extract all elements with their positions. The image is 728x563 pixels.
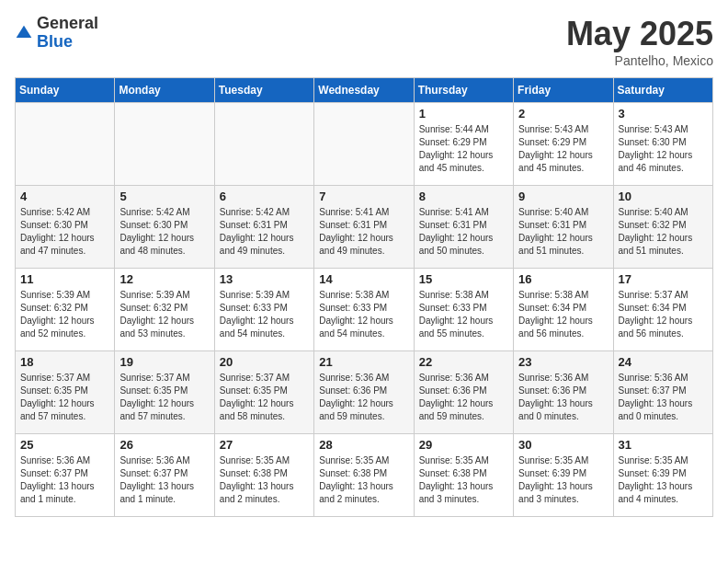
day-info: Sunrise: 5:43 AM Sunset: 6:30 PM Dayligh… xyxy=(619,123,708,175)
calendar-cell: 18Sunrise: 5:37 AM Sunset: 6:35 PM Dayli… xyxy=(16,351,115,434)
day-number: 17 xyxy=(619,272,708,286)
svg-marker-0 xyxy=(17,25,32,37)
day-info: Sunrise: 5:36 AM Sunset: 6:37 PM Dayligh… xyxy=(20,454,109,506)
day-number: 27 xyxy=(220,438,309,452)
day-info: Sunrise: 5:35 AM Sunset: 6:38 PM Dayligh… xyxy=(220,454,309,506)
day-number: 13 xyxy=(220,272,309,286)
calendar-cell: 30Sunrise: 5:35 AM Sunset: 6:39 PM Dayli… xyxy=(514,434,613,517)
day-number: 24 xyxy=(619,355,708,369)
day-number: 31 xyxy=(619,438,708,452)
calendar-cell: 22Sunrise: 5:36 AM Sunset: 6:36 PM Dayli… xyxy=(414,351,513,434)
day-header-thursday: Thursday xyxy=(414,78,513,103)
day-number: 10 xyxy=(619,190,708,203)
logo-blue-text: Blue xyxy=(37,33,98,52)
day-number: 12 xyxy=(119,272,209,286)
day-header-saturday: Saturday xyxy=(613,78,712,103)
day-info: Sunrise: 5:35 AM Sunset: 6:38 PM Dayligh… xyxy=(319,454,408,506)
day-header-wednesday: Wednesday xyxy=(314,78,414,103)
calendar-cell: 3Sunrise: 5:43 AM Sunset: 6:30 PM Daylig… xyxy=(613,103,712,186)
day-number: 1 xyxy=(419,107,508,121)
calendar-cell: 23Sunrise: 5:36 AM Sunset: 6:36 PM Dayli… xyxy=(514,351,613,434)
calendar-header-row: SundayMondayTuesdayWednesdayThursdayFrid… xyxy=(16,78,713,103)
day-info: Sunrise: 5:37 AM Sunset: 6:34 PM Dayligh… xyxy=(619,289,708,340)
day-header-friday: Friday xyxy=(514,78,613,103)
calendar-cell: 9Sunrise: 5:40 AM Sunset: 6:31 PM Daylig… xyxy=(514,186,613,269)
calendar-cell: 21Sunrise: 5:36 AM Sunset: 6:36 PM Dayli… xyxy=(314,351,414,434)
day-info: Sunrise: 5:36 AM Sunset: 6:37 PM Dayligh… xyxy=(119,454,209,506)
day-info: Sunrise: 5:37 AM Sunset: 6:35 PM Dayligh… xyxy=(220,372,309,423)
calendar-cell: 28Sunrise: 5:35 AM Sunset: 6:38 PM Dayli… xyxy=(314,434,414,517)
day-number: 15 xyxy=(419,272,508,286)
calendar-week-row: 25Sunrise: 5:36 AM Sunset: 6:37 PM Dayli… xyxy=(16,434,713,517)
day-info: Sunrise: 5:41 AM Sunset: 6:31 PM Dayligh… xyxy=(419,206,508,258)
day-number: 4 xyxy=(20,190,109,203)
day-info: Sunrise: 5:39 AM Sunset: 6:32 PM Dayligh… xyxy=(20,289,109,340)
day-info: Sunrise: 5:38 AM Sunset: 6:34 PM Dayligh… xyxy=(518,289,608,340)
calendar-cell xyxy=(214,103,313,186)
calendar-cell: 11Sunrise: 5:39 AM Sunset: 6:32 PM Dayli… xyxy=(16,269,115,351)
calendar-cell: 17Sunrise: 5:37 AM Sunset: 6:34 PM Dayli… xyxy=(613,269,712,351)
logo-icon xyxy=(15,24,33,42)
day-info: Sunrise: 5:35 AM Sunset: 6:39 PM Dayligh… xyxy=(619,454,708,506)
calendar-cell xyxy=(115,103,214,186)
day-info: Sunrise: 5:42 AM Sunset: 6:30 PM Dayligh… xyxy=(119,206,209,258)
calendar-week-row: 4Sunrise: 5:42 AM Sunset: 6:30 PM Daylig… xyxy=(16,186,713,269)
day-number: 16 xyxy=(518,272,608,286)
day-number: 9 xyxy=(518,190,608,203)
calendar-table: SundayMondayTuesdayWednesdayThursdayFrid… xyxy=(15,77,713,517)
day-info: Sunrise: 5:40 AM Sunset: 6:31 PM Dayligh… xyxy=(518,206,608,258)
day-info: Sunrise: 5:37 AM Sunset: 6:35 PM Dayligh… xyxy=(20,372,109,423)
calendar-cell: 19Sunrise: 5:37 AM Sunset: 6:35 PM Dayli… xyxy=(115,351,214,434)
calendar-cell: 6Sunrise: 5:42 AM Sunset: 6:31 PM Daylig… xyxy=(214,186,313,269)
day-info: Sunrise: 5:39 AM Sunset: 6:33 PM Dayligh… xyxy=(220,289,309,340)
day-info: Sunrise: 5:36 AM Sunset: 6:36 PM Dayligh… xyxy=(319,372,408,423)
day-number: 3 xyxy=(619,107,708,121)
day-number: 21 xyxy=(319,355,408,369)
logo: General Blue xyxy=(15,15,98,52)
day-number: 19 xyxy=(119,355,209,369)
day-info: Sunrise: 5:42 AM Sunset: 6:30 PM Dayligh… xyxy=(20,206,109,258)
calendar-week-row: 11Sunrise: 5:39 AM Sunset: 6:32 PM Dayli… xyxy=(16,269,713,351)
calendar-cell: 15Sunrise: 5:38 AM Sunset: 6:33 PM Dayli… xyxy=(414,269,513,351)
day-number: 25 xyxy=(20,438,109,452)
day-number: 14 xyxy=(319,272,408,286)
day-number: 22 xyxy=(419,355,508,369)
calendar-cell: 12Sunrise: 5:39 AM Sunset: 6:32 PM Dayli… xyxy=(115,269,214,351)
page-header: General Blue May 2025 Pantelho, Mexico xyxy=(15,15,713,68)
day-info: Sunrise: 5:40 AM Sunset: 6:32 PM Dayligh… xyxy=(619,206,708,258)
day-info: Sunrise: 5:38 AM Sunset: 6:33 PM Dayligh… xyxy=(319,289,408,340)
month-title: May 2025 xyxy=(566,15,713,53)
calendar-cell: 25Sunrise: 5:36 AM Sunset: 6:37 PM Dayli… xyxy=(16,434,115,517)
day-header-sunday: Sunday xyxy=(16,78,115,103)
day-info: Sunrise: 5:35 AM Sunset: 6:39 PM Dayligh… xyxy=(518,454,608,506)
calendar-cell xyxy=(314,103,414,186)
calendar-cell: 14Sunrise: 5:38 AM Sunset: 6:33 PM Dayli… xyxy=(314,269,414,351)
day-info: Sunrise: 5:39 AM Sunset: 6:32 PM Dayligh… xyxy=(119,289,209,340)
day-number: 2 xyxy=(518,107,608,121)
day-number: 7 xyxy=(319,190,408,203)
calendar-cell: 31Sunrise: 5:35 AM Sunset: 6:39 PM Dayli… xyxy=(613,434,712,517)
day-info: Sunrise: 5:37 AM Sunset: 6:35 PM Dayligh… xyxy=(119,372,209,423)
day-number: 23 xyxy=(518,355,608,369)
day-info: Sunrise: 5:43 AM Sunset: 6:29 PM Dayligh… xyxy=(518,123,608,175)
calendar-cell: 13Sunrise: 5:39 AM Sunset: 6:33 PM Dayli… xyxy=(214,269,313,351)
day-info: Sunrise: 5:38 AM Sunset: 6:33 PM Dayligh… xyxy=(419,289,508,340)
day-number: 18 xyxy=(20,355,109,369)
calendar-cell: 20Sunrise: 5:37 AM Sunset: 6:35 PM Dayli… xyxy=(214,351,313,434)
calendar-cell: 26Sunrise: 5:36 AM Sunset: 6:37 PM Dayli… xyxy=(115,434,214,517)
calendar-cell: 24Sunrise: 5:36 AM Sunset: 6:37 PM Dayli… xyxy=(613,351,712,434)
day-number: 26 xyxy=(119,438,209,452)
title-block: May 2025 Pantelho, Mexico xyxy=(566,15,713,68)
calendar-cell: 29Sunrise: 5:35 AM Sunset: 6:38 PM Dayli… xyxy=(414,434,513,517)
calendar-cell: 2Sunrise: 5:43 AM Sunset: 6:29 PM Daylig… xyxy=(514,103,613,186)
day-number: 5 xyxy=(119,190,209,203)
calendar-cell: 10Sunrise: 5:40 AM Sunset: 6:32 PM Dayli… xyxy=(613,186,712,269)
day-number: 11 xyxy=(20,272,109,286)
day-info: Sunrise: 5:42 AM Sunset: 6:31 PM Dayligh… xyxy=(220,206,309,258)
day-info: Sunrise: 5:44 AM Sunset: 6:29 PM Dayligh… xyxy=(419,123,508,175)
calendar-cell: 16Sunrise: 5:38 AM Sunset: 6:34 PM Dayli… xyxy=(514,269,613,351)
day-info: Sunrise: 5:35 AM Sunset: 6:38 PM Dayligh… xyxy=(419,454,508,506)
calendar-cell: 8Sunrise: 5:41 AM Sunset: 6:31 PM Daylig… xyxy=(414,186,513,269)
logo-text: General Blue xyxy=(37,15,98,52)
day-info: Sunrise: 5:36 AM Sunset: 6:36 PM Dayligh… xyxy=(518,372,608,423)
